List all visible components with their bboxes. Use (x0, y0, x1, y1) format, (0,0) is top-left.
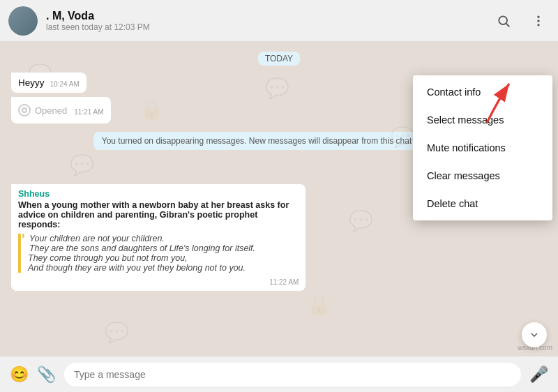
message-input[interactable] (64, 363, 521, 386)
message-time: 11:22 AM (269, 278, 299, 286)
menu-item-select-messages[interactable]: Select messages (413, 106, 552, 134)
emoji-button[interactable]: 😊 (10, 365, 29, 384)
svg-point-0 (499, 16, 507, 24)
svg-point-4 (537, 24, 539, 26)
contact-info: . M, Voda last seen today at 12:03 PM (46, 10, 150, 32)
contact-name: . M, Voda (46, 10, 150, 22)
message-text-bold: When a young mother with a newborn baby … (18, 200, 299, 229)
svg-point-3 (537, 20, 539, 22)
date-label: TODAY (258, 52, 300, 66)
avatar[interactable] (8, 6, 38, 36)
message-bubble: Opened 11:21 AM (11, 97, 111, 123)
menu-item-delete-chat[interactable]: Delete chat (413, 190, 552, 218)
quote-block: " Your children are not your children. T… (18, 234, 299, 273)
system-message: You turned on disappearing messages. New… (93, 132, 465, 150)
header-actions (492, 10, 550, 32)
message-bubble: Shheus When a young mother with a newbor… (11, 184, 306, 291)
svg-line-1 (506, 23, 510, 27)
chat-area: 💬 🔒 💬 💬 💬 🔒 💬 💬 💬 🔒 💬 TODAY Heyyy 10:24 … (0, 42, 558, 392)
quote-icon: " (18, 231, 25, 250)
message-bubble: Heyyy 10:24 AM (11, 73, 86, 93)
svg-point-2 (537, 15, 539, 17)
contact-status: last seen today at 12:03 PM (46, 22, 150, 32)
message-time: 10:24 AM (50, 80, 80, 88)
sender-name: Shheus (18, 189, 299, 199)
attach-button[interactable]: 📎 (37, 365, 56, 384)
chat-header: . M, Voda last seen today at 12:03 PM (0, 0, 558, 42)
menu-item-clear-messages[interactable]: Clear messages (413, 162, 552, 190)
scroll-to-bottom-button[interactable] (522, 322, 547, 347)
search-button[interactable] (492, 10, 515, 32)
bottom-bar: 😊 📎 🎤 (0, 356, 558, 392)
quote-text: Your children are not your children. The… (18, 234, 299, 273)
message-time: 11:21 AM (74, 108, 103, 116)
opened-indicator: Opened 11:21 AM (18, 102, 104, 119)
date-badge: TODAY (0, 42, 558, 66)
message-text: Heyyy (18, 77, 45, 88)
menu-item-mute-notifications[interactable]: Mute notifications (413, 134, 552, 162)
context-menu: Contact info Select messages Mute notifi… (413, 75, 552, 220)
opened-text: Opened (35, 105, 67, 116)
mic-button[interactable]: 🎤 (529, 365, 548, 384)
menu-item-contact-info[interactable]: Contact info (413, 78, 552, 106)
more-options-button[interactable] (527, 10, 550, 32)
